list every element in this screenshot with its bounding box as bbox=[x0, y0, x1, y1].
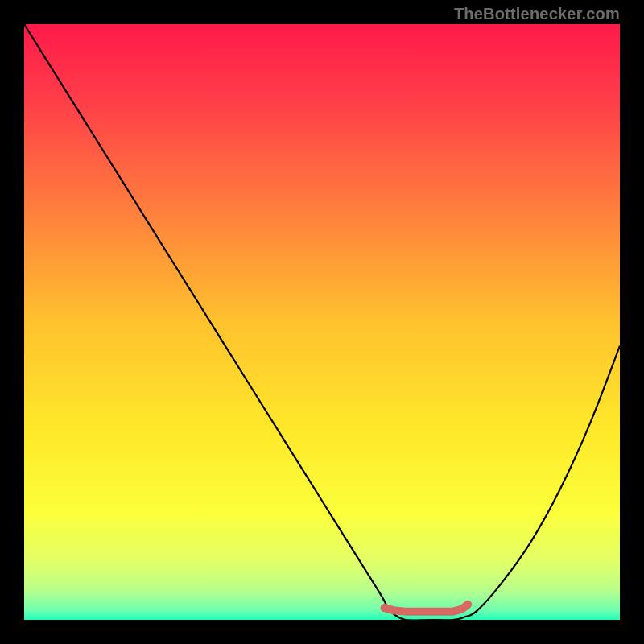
curve-layer bbox=[24, 24, 620, 620]
bottleneck-curve bbox=[24, 24, 620, 620]
flat-segment-marker-line bbox=[385, 605, 469, 612]
chart-container: TheBottlenecker.com bbox=[0, 0, 644, 644]
watermark-text: TheBottlenecker.com bbox=[454, 5, 620, 23]
plot-area bbox=[24, 24, 620, 620]
flat-segment-marker-dot bbox=[381, 604, 389, 612]
